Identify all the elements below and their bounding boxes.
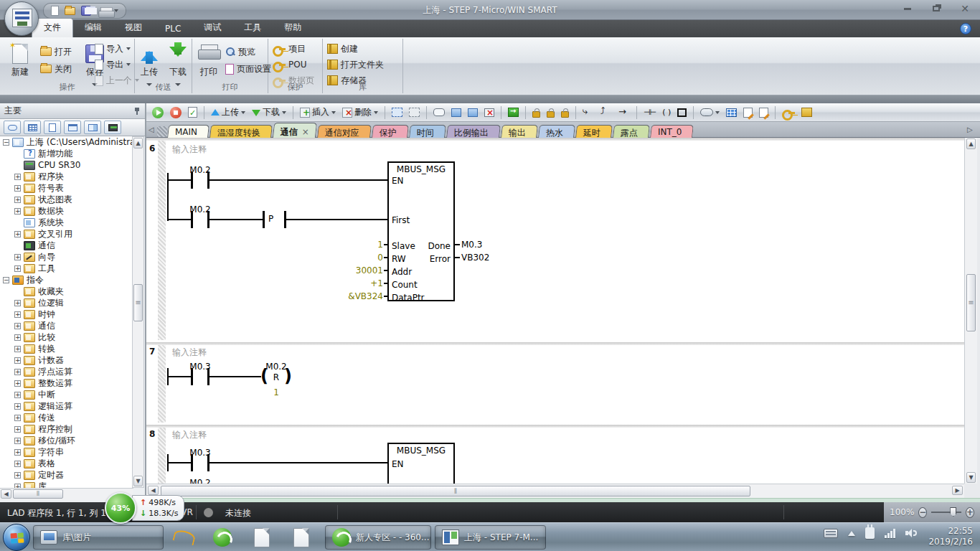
branch-up-button[interactable]	[599, 105, 613, 121]
tree-expander[interactable]	[14, 369, 21, 375]
tab-close-icon[interactable]: ×	[302, 127, 309, 137]
insert-button[interactable]: 插入	[298, 105, 337, 121]
page-setup-button[interactable]: 页面设置	[225, 62, 271, 76]
tree-expander[interactable]	[14, 357, 21, 364]
help-icon[interactable]: ?	[960, 23, 971, 34]
pou-tab[interactable]: 保护	[372, 125, 409, 138]
tree-item[interactable]: 新增功能	[0, 148, 133, 159]
select-network-button[interactable]	[390, 105, 404, 121]
output-operand[interactable]: M0.3	[461, 240, 494, 250]
upload-toolbar-button[interactable]: 上传	[209, 105, 247, 121]
pou-tab[interactable]: INT_0	[650, 125, 694, 138]
tree-expander[interactable]	[14, 449, 21, 456]
tree-expander[interactable]	[14, 380, 21, 387]
tree-item[interactable]: 程序块	[0, 171, 133, 182]
contact-operand[interactable]: M0.3	[181, 362, 220, 372]
param-value[interactable]: &VB324	[319, 291, 383, 301]
paste-network-button[interactable]	[466, 105, 479, 121]
tree-item[interactable]: 浮点运算	[0, 366, 133, 377]
zoom-slider-thumb[interactable]	[950, 507, 956, 517]
import-button[interactable]: 导入	[95, 42, 131, 56]
tree-item[interactable]: 数据块	[0, 205, 133, 217]
tree-hscroll-thumb[interactable]: ⦀	[13, 489, 63, 499]
scroll-right-icon[interactable]: ▶	[952, 486, 963, 495]
panel-tool-cross-ref-button[interactable]	[84, 121, 101, 134]
lock-button[interactable]	[531, 105, 542, 121]
tree-item[interactable]: 中断	[0, 389, 133, 400]
tree-expander[interactable]	[14, 403, 21, 410]
panel-tool-communication-button[interactable]	[104, 121, 121, 134]
network-margin[interactable]	[158, 141, 166, 340]
ladder-editor-canvas[interactable]: 6 输入注释 M0.2 M0.2 P MBUS_MSG EN First Sla…	[146, 138, 964, 484]
pou-tab[interactable]: 温湿度转换	[209, 125, 273, 138]
tree-item[interactable]: 表格	[0, 458, 133, 469]
taskbar-button[interactable]	[286, 525, 321, 550]
download-toolbar-button[interactable]: 下载	[250, 105, 288, 121]
instruction-box[interactable]: MBUS_MSG EN First Slave RW Addr Count Da…	[387, 161, 455, 301]
start-button[interactable]	[3, 524, 30, 551]
pou-tab[interactable]: 通信×	[273, 123, 317, 138]
tree-item[interactable]: 上海 (C:\Users\Administrator.)	[0, 136, 133, 148]
edit-addresses-button[interactable]	[758, 105, 770, 121]
input-method-icon[interactable]	[824, 529, 838, 538]
tree-expander[interactable]	[14, 392, 21, 398]
tree-item[interactable]: 工具	[0, 263, 133, 274]
contact-bar[interactable]	[191, 171, 193, 189]
tree-item[interactable]: 通信	[0, 240, 133, 251]
taskbar-button[interactable]: 库\图片	[33, 525, 164, 550]
tree-expander[interactable]	[14, 174, 21, 180]
scroll-down-icon[interactable]: ▼	[966, 472, 976, 483]
editor-hscroll-thumb[interactable]: ⦀	[161, 486, 750, 496]
instruction-box[interactable]: MBUS_MSG EN	[387, 443, 455, 484]
network-signal-icon[interactable]	[885, 529, 895, 538]
panel-tool-symbol-table-button[interactable]	[24, 121, 41, 134]
delete-button[interactable]: 删除	[341, 105, 380, 121]
tree-item[interactable]: 时钟	[0, 309, 133, 320]
output-operand[interactable]: VB302	[461, 253, 494, 263]
network-comment[interactable]: 输入注释	[172, 347, 207, 359]
menu-tab[interactable]: 帮助	[273, 19, 313, 37]
open-button[interactable]: 打开	[40, 44, 72, 59]
tree-item[interactable]: 指令	[0, 274, 133, 286]
tree-item[interactable]: 库	[0, 481, 133, 488]
tree-expander[interactable]	[14, 438, 21, 444]
taskbar-button[interactable]	[167, 525, 203, 550]
new-button[interactable]: ✶ 新建	[1, 42, 39, 78]
toolbar-hand-button[interactable]	[800, 105, 814, 121]
pou-tab[interactable]: 通信对应	[317, 125, 372, 138]
maximize-button[interactable]	[927, 3, 946, 14]
taskbar-button[interactable]: 新人专区 - - 360...	[325, 525, 431, 550]
param-value[interactable]: 0	[319, 253, 383, 263]
tree-item[interactable]: 转换	[0, 343, 133, 354]
param-value[interactable]: 1	[319, 240, 383, 250]
tree-expander[interactable]	[14, 208, 21, 215]
pou-tab[interactable]: 热水	[538, 125, 575, 138]
empty-box-button[interactable]	[432, 105, 446, 121]
editor-horizontal-scrollbar[interactable]: ◀ ⦀ ▶	[146, 484, 964, 498]
run-button[interactable]	[151, 105, 165, 121]
close-button[interactable]: ✕	[956, 3, 974, 14]
pin-icon[interactable]	[133, 107, 141, 116]
protect-pou-button[interactable]: POU	[273, 57, 306, 72]
param-value[interactable]: +1	[319, 278, 383, 288]
tree-item[interactable]: 整数运算	[0, 377, 133, 389]
zoom-in-button[interactable]: +	[966, 507, 974, 518]
tree-expander[interactable]	[14, 300, 21, 306]
network-comment[interactable]: 输入注释	[172, 143, 207, 156]
tree-expander[interactable]	[14, 311, 21, 318]
tab-scroll-left-icon[interactable]: ◁	[149, 125, 157, 135]
tree-expander[interactable]	[14, 472, 21, 479]
tree-item[interactable]: 收藏夹	[0, 286, 133, 297]
tree-expander[interactable]	[14, 185, 21, 192]
network-margin[interactable]	[158, 345, 166, 423]
editor-scroll-thumb[interactable]	[966, 274, 976, 331]
library-create-button[interactable]: 创建	[327, 42, 358, 56]
show-hidden-icons[interactable]	[848, 531, 855, 536]
pou-tab[interactable]: 露点	[613, 125, 650, 138]
net-speed-widget[interactable]: 43% ↑498K/s ↓18.3K/s	[105, 492, 184, 524]
contact-operand-partial[interactable]: M0.2	[181, 478, 220, 484]
tree-item[interactable]: 字符串	[0, 446, 133, 458]
edit-symbols-button[interactable]	[742, 105, 754, 121]
tree-item[interactable]: 通信	[0, 320, 133, 331]
tree-item[interactable]: 状态图表	[0, 194, 133, 205]
